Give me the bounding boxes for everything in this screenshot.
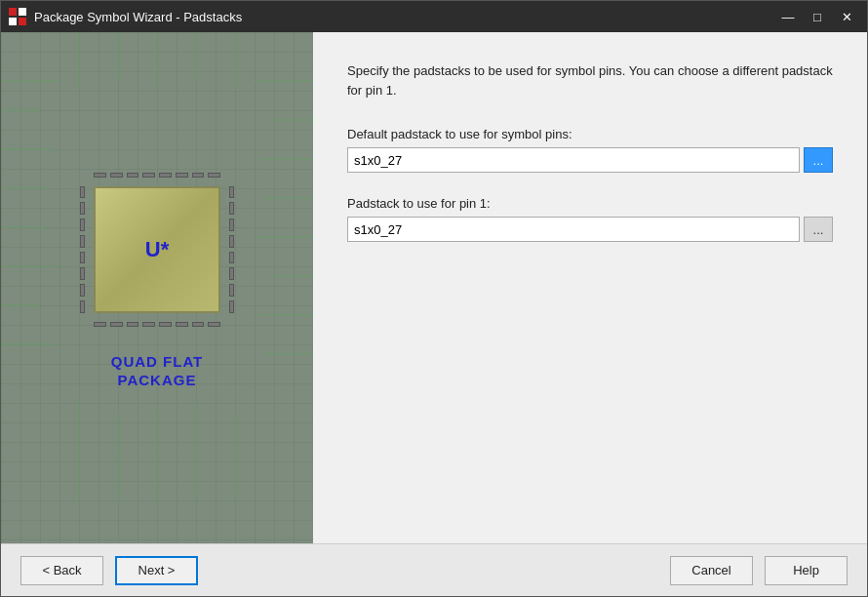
pin1-padstack-browse-button[interactable]: ...: [804, 217, 833, 242]
svg-rect-1: [19, 8, 26, 16]
default-padstack-group: Default padstack to use for symbol pins:…: [347, 127, 833, 173]
pin: [80, 186, 85, 199]
cancel-button[interactable]: Cancel: [670, 556, 753, 585]
pin: [176, 173, 188, 178]
pin: [80, 252, 85, 264]
pin: [80, 202, 85, 215]
maximize-button[interactable]: □: [805, 6, 830, 27]
pin1-padstack-input[interactable]: [347, 217, 800, 242]
pin: [176, 322, 188, 327]
title-bar: Package Symbol Wizard - Padstacks — □ ✕: [1, 1, 867, 32]
pin: [80, 219, 85, 231]
chip-identifier: U*: [145, 237, 169, 262]
pins-right: [229, 186, 234, 313]
pin: [142, 322, 155, 327]
pin: [229, 267, 234, 280]
pin1-padstack-group: Padstack to use for pin 1: ...: [347, 196, 833, 242]
pin: [192, 322, 205, 327]
default-padstack-row: ...: [347, 147, 833, 173]
chip-wrapper: U*: [94, 186, 220, 313]
pin: [229, 252, 234, 264]
svg-rect-2: [9, 18, 17, 25]
pin: [208, 322, 220, 327]
description-text: Specify the padstacks to be used for sym…: [347, 61, 833, 100]
pin1-padstack-row: ...: [347, 217, 833, 242]
pins-left: [80, 186, 85, 313]
pin: [229, 186, 234, 199]
close-button[interactable]: ✕: [834, 6, 859, 27]
pins-top: [94, 173, 220, 178]
chip-illustration: U*: [94, 186, 220, 313]
main-window: Package Symbol Wizard - Padstacks — □ ✕: [0, 0, 868, 597]
window-title: Package Symbol Wizard - Padstacks: [34, 10, 775, 24]
pin: [229, 284, 234, 297]
pin: [229, 300, 234, 313]
chip-body: U*: [94, 186, 220, 313]
content-area: U* QUAD FLAT PACKAGE Specify the padstac…: [1, 32, 867, 543]
pin: [110, 322, 123, 327]
pin: [142, 173, 155, 178]
pin: [80, 284, 85, 297]
app-icon: [9, 8, 26, 25]
default-padstack-browse-button[interactable]: ...: [804, 147, 833, 173]
package-line2: PACKAGE: [111, 371, 204, 390]
pin: [80, 267, 85, 280]
svg-rect-3: [19, 18, 26, 25]
left-panel: U* QUAD FLAT PACKAGE: [1, 32, 313, 543]
pin: [110, 173, 123, 178]
pin: [94, 173, 106, 178]
pin: [192, 173, 205, 178]
minimize-button[interactable]: —: [775, 6, 801, 27]
pins-bottom: [94, 322, 220, 327]
pin1-padstack-label: Padstack to use for pin 1:: [347, 196, 833, 211]
default-padstack-input[interactable]: [347, 147, 800, 173]
pin: [127, 322, 139, 327]
default-padstack-label: Default padstack to use for symbol pins:: [347, 127, 833, 141]
pin: [159, 322, 172, 327]
back-button[interactable]: < Back: [20, 556, 103, 585]
pin: [159, 173, 172, 178]
next-button[interactable]: Next >: [115, 556, 198, 585]
pin: [229, 235, 234, 248]
pin: [208, 173, 220, 178]
svg-rect-0: [9, 8, 17, 16]
window-controls: — □ ✕: [775, 6, 859, 27]
help-button[interactable]: Help: [765, 556, 848, 585]
right-panel: Specify the padstacks to be used for sym…: [313, 32, 867, 543]
pin: [229, 202, 234, 215]
pin: [94, 322, 106, 327]
pin: [127, 173, 139, 178]
package-label: QUAD FLAT PACKAGE: [111, 352, 204, 390]
pin: [80, 235, 85, 248]
pin: [80, 300, 85, 313]
pin: [229, 219, 234, 231]
bottom-bar: < Back Next > Cancel Help: [1, 543, 867, 596]
package-line1: QUAD FLAT: [111, 352, 204, 372]
